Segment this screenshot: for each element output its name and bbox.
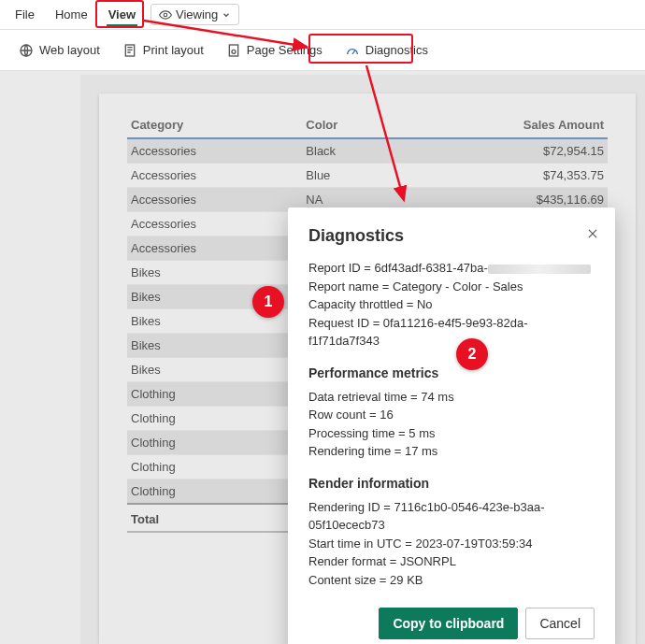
diagnostics-button[interactable]: Diagnostics	[336, 37, 437, 64]
col-color[interactable]: Color	[302, 112, 396, 138]
report-id: Report ID = 6df43adf-6381-47ba-	[308, 261, 488, 275]
cell-category: Clothing	[127, 479, 302, 505]
col-category[interactable]: Category	[127, 112, 302, 138]
diagnostics-label: Diagnostics	[366, 43, 428, 57]
web-layout-label: Web layout	[39, 43, 100, 57]
cell-category: Accessories	[127, 138, 302, 164]
page-settings-button[interactable]: Page Settings	[217, 37, 332, 64]
perf-block: Data retrieval time = 74 ms Row count = …	[308, 388, 595, 461]
menu-view[interactable]: View	[99, 3, 145, 26]
render-start: Start time in UTC = 2023-07-19T03:59:34	[308, 535, 595, 553]
menu-home[interactable]: Home	[46, 3, 97, 26]
globe-icon	[19, 43, 34, 58]
perf-processing: Processing time = 5 ms	[308, 424, 595, 443]
cell-sales: $74,353.75	[396, 164, 608, 188]
perf-header: Performance metrics	[308, 365, 595, 380]
table-row[interactable]: AccessoriesBlue$74,353.75	[127, 164, 608, 188]
page-icon	[122, 43, 137, 58]
svg-point-4	[232, 50, 236, 53]
table-row[interactable]: AccessoriesBlack$72,954.15	[127, 138, 608, 164]
perf-rendering: Rendering time = 17 ms	[308, 442, 595, 461]
menu-file[interactable]: File	[6, 3, 44, 26]
diagnostics-modal: Diagnostics Report ID = 6df43adf-6381-47…	[288, 208, 615, 644]
report-name: Report name = Category - Color - Sales	[308, 278, 595, 296]
modal-title: Diagnostics	[308, 226, 595, 246]
cell-category: Clothing	[127, 382, 302, 407]
perf-row-count: Row count = 16	[308, 406, 595, 424]
web-layout-button[interactable]: Web layout	[9, 37, 109, 64]
cell-category: Accessories	[127, 164, 302, 188]
page-settings-label: Page Settings	[247, 43, 322, 57]
eye-icon	[159, 8, 172, 21]
cell-color: Blue	[302, 164, 396, 188]
col-sales[interactable]: Sales Amount	[396, 112, 608, 138]
redacted-span	[488, 265, 591, 274]
cell-sales: $72,954.15	[396, 138, 608, 164]
modal-info: Report ID = 6df43adf-6381-47ba- Report n…	[308, 259, 595, 351]
close-icon	[586, 227, 599, 240]
cell-category: Bikes	[127, 285, 302, 309]
cell-category: Accessories	[127, 236, 302, 261]
viewing-label: Viewing	[176, 7, 218, 21]
cell-category: Clothing	[127, 455, 302, 479]
cancel-button[interactable]: Cancel	[525, 608, 595, 639]
render-id: Rendering ID = 7116c1b0-0546-423e-b3aa-0…	[308, 498, 595, 535]
cell-category: Bikes	[127, 261, 302, 285]
total-label: Total	[127, 504, 302, 532]
menubar: File Home View Viewing	[0, 0, 645, 30]
chevron-down-icon	[222, 10, 231, 20]
perf-data-retrieval: Data retrieval time = 74 ms	[308, 388, 595, 407]
copy-to-clipboard-button[interactable]: Copy to clipboard	[379, 608, 518, 639]
view-toolbar: Web layout Print layout Page Settings Di…	[0, 30, 645, 71]
svg-point-0	[164, 13, 167, 17]
modal-buttons: Copy to clipboard Cancel	[308, 608, 595, 639]
cell-category: Bikes	[127, 358, 302, 382]
render-size: Content size = 29 KB	[308, 571, 595, 590]
capacity-throttled: Capacity throttled = No	[308, 295, 595, 314]
request-id: Request ID = 0fa11216-e4f5-9e93-82da-f1f…	[308, 314, 595, 351]
render-block: Rendering ID = 7116c1b0-0546-423e-b3aa-0…	[308, 498, 595, 590]
page-gear-icon	[226, 43, 241, 58]
cell-category: Bikes	[127, 309, 302, 334]
viewing-dropdown[interactable]: Viewing	[150, 4, 239, 25]
print-layout-label: Print layout	[143, 43, 204, 57]
cell-category: Accessories	[127, 188, 302, 212]
cell-category: Clothing	[127, 431, 302, 455]
render-header: Render information	[308, 476, 595, 491]
render-format: Render format = JSONRPL	[308, 552, 595, 571]
gauge-icon	[345, 43, 360, 58]
print-layout-button[interactable]: Print layout	[113, 37, 213, 64]
cell-color: Black	[302, 138, 396, 164]
cell-category: Accessories	[127, 212, 302, 236]
cell-category: Clothing	[127, 407, 302, 431]
close-button[interactable]	[583, 224, 602, 243]
cell-category: Bikes	[127, 334, 302, 358]
